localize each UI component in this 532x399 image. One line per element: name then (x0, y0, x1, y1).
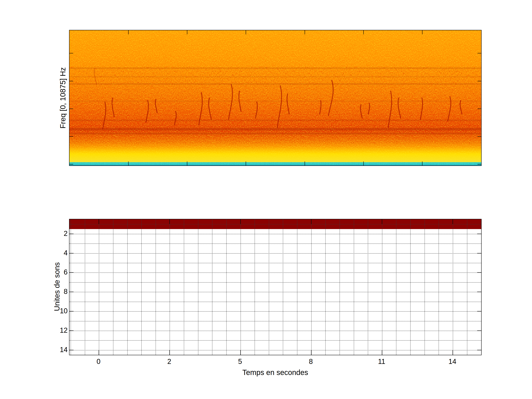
grid-line-vertical (453, 219, 453, 355)
y-tick-mark (477, 350, 481, 350)
grid-line-vertical (438, 219, 439, 355)
spectrogram-plot (69, 30, 481, 166)
x-tick-mark (453, 219, 453, 224)
grid-line-horizontal (70, 243, 481, 244)
grid-line-vertical (410, 219, 411, 355)
freq-axis-tick (477, 164, 481, 165)
y-tick-mark (70, 234, 74, 234)
time-axis-tick (422, 30, 423, 34)
grid-line-vertical (368, 219, 368, 355)
y-tick-mark (70, 253, 74, 253)
grid-line-horizontal (70, 321, 481, 321)
grid-line-vertical (311, 219, 312, 355)
time-axis-tick (128, 161, 129, 165)
grid-line-horizontal (70, 311, 481, 312)
time-axis-tick (246, 161, 246, 165)
grid-line-vertical (184, 219, 184, 355)
x-tick-mark (453, 350, 453, 355)
grid-line-vertical (99, 219, 99, 355)
freq-axis-tick (477, 81, 481, 81)
grid-line-horizontal (70, 224, 481, 224)
x-tick-label: 14 (439, 358, 465, 365)
y-tick-label: 12 (45, 327, 68, 334)
freq-axis-tick (477, 136, 481, 137)
y-tick-mark (477, 272, 481, 273)
spectrogram-dark-band (70, 67, 481, 69)
freq-axis-tick (70, 136, 73, 137)
x-tick-label: 2 (156, 358, 182, 365)
y-tick-label: 14 (45, 346, 68, 353)
x-tick-mark (311, 219, 311, 224)
grid-line-vertical (85, 219, 85, 355)
cyan-strip-noise (70, 162, 481, 165)
grid-line-horizontal (70, 292, 481, 292)
y-tick-label: 6 (45, 269, 68, 276)
y-tick-mark (477, 292, 481, 292)
x-tick-mark (240, 350, 241, 355)
x-tick-label: 5 (227, 358, 253, 365)
freq-axis-tick (70, 109, 73, 109)
grid-line-horizontal (70, 253, 481, 254)
y-tick-mark (70, 350, 74, 350)
grid-line-vertical (283, 219, 283, 355)
figure-canvas: { "figure": { "background": "#ffffff", "… (0, 0, 532, 399)
grid-line-horizontal (70, 282, 481, 283)
grid-line-horizontal (70, 350, 481, 350)
units-plot (69, 219, 481, 355)
spectrogram-ylabel: Freq [0, 10875] Hz (59, 67, 67, 128)
y-tick-mark (477, 330, 481, 331)
x-tick-label: 11 (369, 358, 395, 365)
grid-line-vertical (382, 219, 382, 355)
spectrogram-dark-band (70, 76, 481, 77)
spectrogram-dark-band (70, 120, 481, 121)
y-tick-mark (70, 292, 74, 292)
time-axis-tick (363, 30, 364, 34)
grid-line-vertical (269, 219, 269, 355)
grid-line-vertical (198, 219, 198, 355)
spectrogram-dark-band (70, 101, 481, 102)
freq-axis-tick (70, 164, 73, 165)
grid-line-vertical (325, 219, 326, 355)
grid-line-vertical (70, 219, 71, 355)
x-tick-mark (99, 219, 99, 224)
grid-line-vertical (424, 219, 425, 355)
spectrogram-dark-band (70, 133, 481, 134)
grid-line-horizontal (70, 263, 481, 263)
freq-axis-tick (477, 53, 481, 53)
y-tick-label: 2 (45, 230, 68, 237)
x-tick-mark (382, 350, 382, 355)
y-tick-label: 4 (45, 249, 68, 256)
x-tick-label: 8 (298, 358, 324, 365)
y-tick-mark (477, 253, 481, 253)
spectrogram-dark-band (70, 83, 481, 85)
x-tick-mark (169, 350, 170, 355)
time-axis-tick (187, 161, 187, 165)
x-tick-mark (169, 219, 170, 224)
time-axis-tick (305, 161, 305, 165)
y-tick-mark (70, 311, 74, 311)
grid-line-vertical (396, 219, 396, 355)
x-tick-mark (240, 219, 241, 224)
time-axis-tick (187, 30, 187, 34)
grid-line-vertical (297, 219, 298, 355)
grid-line-vertical (113, 219, 114, 355)
grid-line-vertical (340, 219, 340, 355)
spectrogram-noise-fine (70, 30, 481, 165)
x-tick-mark (99, 350, 99, 355)
freq-axis-tick (477, 109, 481, 109)
time-axis-tick (128, 30, 129, 34)
y-tick-label: 8 (45, 288, 68, 295)
freq-axis-tick (70, 81, 73, 81)
grid-line-horizontal (70, 234, 481, 234)
grid-line-vertical (141, 219, 142, 355)
grid-line-horizontal (70, 340, 481, 341)
grid-line-vertical (212, 219, 212, 355)
time-xlabel: Temps en secondes (242, 368, 308, 377)
grid-line-vertical (226, 219, 227, 355)
freq-axis-tick (70, 53, 73, 53)
grid-line-vertical (467, 219, 467, 355)
y-tick-mark (477, 311, 481, 311)
y-tick-label: 10 (45, 307, 68, 314)
y-tick-mark (70, 330, 74, 331)
grid-line-vertical (354, 219, 354, 355)
